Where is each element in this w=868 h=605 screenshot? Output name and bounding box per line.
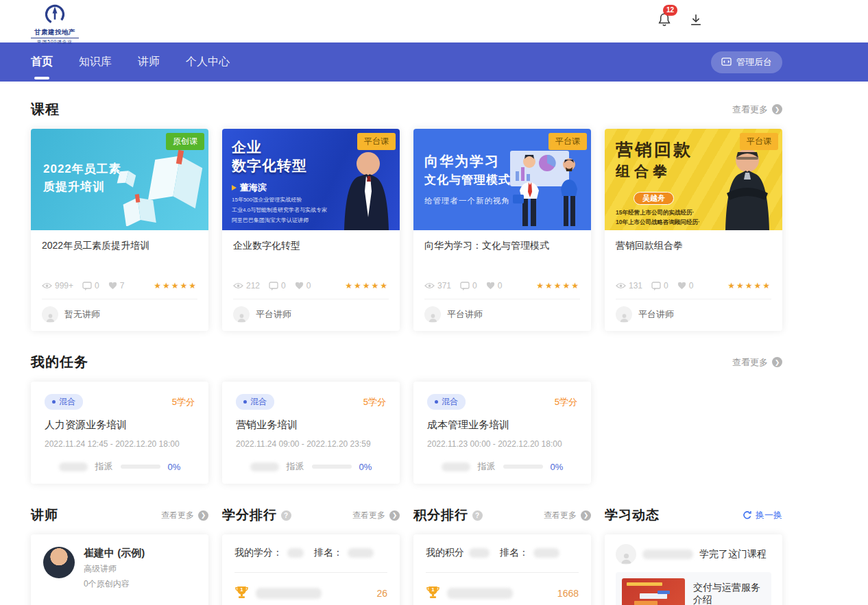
notifications-button[interactable]: 12 [657,11,672,30]
download-button[interactable] [688,12,703,29]
comments-stat: 0 [82,281,99,291]
logo-subtitle: 中国500强企业 [31,38,79,45]
avatar [424,306,441,323]
star-rating: ★★★★★ [727,281,771,291]
view-more-points-rank[interactable]: 查看更多 ❯ [544,510,591,521]
activity-card: 学完了这门课程 交付与运营服务介绍 2 人在学 1 [605,534,782,605]
view-more-tasks[interactable]: 查看更多 ❯ [732,356,782,369]
refresh-button[interactable]: 换一换 [743,509,782,521]
businessmen-illustration [498,141,587,230]
task-card[interactable]: 混合 5学分 人力资源业务培训 2022.11.24 12:45 - 2022.… [31,382,208,484]
task-title: 营销业务培训 [236,419,386,432]
course-thumbnail [622,578,685,605]
task-card[interactable]: 混合 5学分 成本管理业务培训 2022.11.23 00:00 - 2022.… [413,382,591,484]
eye-icon [42,282,52,289]
lecturer-name: 平台讲师 [638,308,674,321]
comment-icon [651,282,661,291]
logo-emblem-icon [43,3,67,28]
cover-speaker: 吴越舟 [634,192,674,205]
lecturer-name: 崔建中 (示例) [84,547,145,560]
rank-value: 1668 [557,588,579,599]
likes-stat: 0 [486,281,503,291]
arrow-right-icon: ❯ [198,510,208,521]
task-type-badge: 混合 [236,394,274,410]
star-rating: ★★★★★ [154,281,197,291]
course-title: 向华为学习：文化与管理模式 [424,240,580,267]
nav-label: 个人中心 [186,55,230,67]
cover-title: 营销回款 [616,138,692,161]
lecturer-works: 0个原创内容 [84,578,145,590]
likes-stat: 0 [677,281,694,291]
eye-icon [424,282,435,289]
course-cover: 平台课 向华为学习 文化与管理模式 给管理者一个新的视角 [413,129,591,230]
lecturer-row: 暂无讲师 [42,306,197,323]
activity-course[interactable]: 交付与运营服务介绍 [616,572,771,605]
rank-list-item[interactable]: 1 26 [234,585,387,601]
nav-label: 首页 [31,55,53,67]
course-card[interactable]: 平台课 营销回款 组合拳 吴越舟 15年经营上市公司的实战经历· 10年上市公司… [605,129,782,331]
view-more-courses[interactable]: 查看更多 ❯ [732,103,782,116]
admin-backend-button[interactable]: 管理后台 [711,51,782,73]
view-more-label: 查看更多 [732,356,768,369]
nav-item-personal-center[interactable]: 个人中心 [186,55,230,69]
view-more-label: 查看更多 [732,103,768,116]
comment-icon [460,282,470,291]
rank-label: 排名： [314,547,343,559]
course-card[interactable]: 平台课 向华为学习 文化与管理模式 给管理者一个新的视角 [413,129,591,331]
redacted-value [469,548,490,558]
course-title: 企业数字化转型 [233,240,389,267]
rank-label: 排名： [500,547,529,559]
course-card[interactable]: 原创课 2022年员工素 质提升培训 [31,129,208,331]
person-icon [45,312,56,323]
views-stat: 131 [616,281,642,291]
avatar [233,306,250,323]
avatar [42,306,58,323]
view-more-label: 查看更多 [544,510,577,521]
speaker-photo-silhouette [706,143,782,230]
views-stat: 371 [424,281,451,291]
course-type-badge: 平台课 [357,133,396,150]
likes-stat: 0 [295,281,311,291]
courses-section: 课程 查看更多 ❯ 原创课 2022年员工素 质提升培训 [31,100,782,331]
redacted-assigner [250,462,279,471]
arrow-right-icon: ❯ [772,357,782,367]
rank-list-item[interactable]: 1 1668 [426,585,579,601]
course-card[interactable]: 平台课 企业 数字化转型 董海滨 15年500强企业管理实战经验 工业4.0与智… [222,129,400,331]
task-card[interactable]: 混合 5学分 营销业务培训 2022.11.24 09:00 - 2022.12… [222,382,400,484]
heart-icon [295,282,304,290]
nav-label: 知识库 [79,55,112,67]
activity-course-title: 交付与运营服务介绍 [693,578,765,605]
credit-rank-section-title: 学分排行 ? [222,506,291,524]
help-icon[interactable]: ? [472,510,483,521]
course-cover: 原创课 2022年员工素 质提升培训 [31,129,208,230]
comments-stat: 0 [460,281,477,291]
lecturer-avatar [43,547,75,578]
task-title: 人力资源业务培训 [45,419,195,432]
person-icon [428,312,438,323]
top-actions: 12 [657,11,703,30]
view-more-lecturers[interactable]: 查看更多 ❯ [161,510,208,521]
help-icon[interactable]: ? [281,510,291,521]
person-icon [619,312,629,323]
course-title: 2022年员工素质提升培训 [42,240,197,267]
lecturers-card: 崔建中 (示例) 高级讲师 0个原创内容 [31,534,208,605]
progress-bar [503,465,543,469]
progress-bar [121,465,160,469]
view-more-label: 查看更多 [161,510,194,521]
nav-item-home[interactable]: 首页 [31,55,53,69]
tasks-section: 我的任务 查看更多 ❯ 混合 5学分 人力资源业务培训 2022.11.24 1… [31,353,782,484]
nav-item-knowledge-base[interactable]: 知识库 [79,55,112,69]
cover-description: 15年500强企业管理实战经验 工业4.0与智能制造研究学者与实战专家 阿里巴巴… [232,195,327,225]
refresh-label: 换一换 [756,509,782,521]
company-logo[interactable]: 甘肃建投地产 中国500强企业 [31,3,79,45]
task-credits: 5学分 [555,396,577,408]
view-more-credit-rank[interactable]: 查看更多 ❯ [352,510,400,521]
lecturer-level: 高级讲师 [84,563,145,575]
lecturer-name: 平台讲师 [447,308,483,321]
top-bar: 甘肃建投地产 中国500强企业 12 [0,0,868,42]
course-cover: 平台课 企业 数字化转型 董海滨 15年500强企业管理实战经验 工业4.0与智… [222,129,400,230]
lecturer-list-item[interactable]: 崔建中 (示例) 高级讲师 0个原创内容 [43,547,196,590]
svg-text:1: 1 [431,587,435,593]
nav-item-lecturers[interactable]: 讲师 [138,55,160,69]
avatar [616,306,632,323]
